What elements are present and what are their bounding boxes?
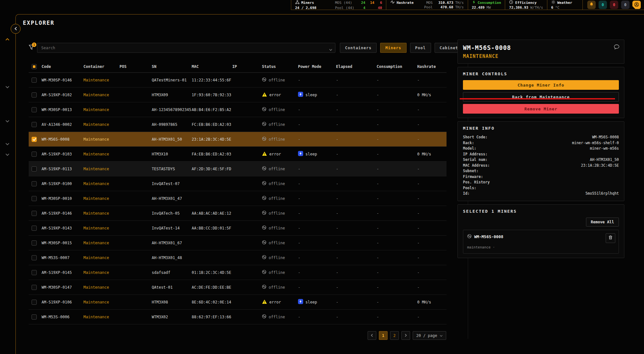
tab-miners[interactable]: Miners bbox=[380, 43, 406, 53]
offline-icon bbox=[467, 234, 472, 239]
rail-chevron-down-icon[interactable] bbox=[5, 153, 10, 156]
prev-page-button[interactable] bbox=[368, 331, 376, 340]
info-row: Firmware: bbox=[463, 174, 619, 180]
cell-power-mode: - bbox=[298, 315, 336, 319]
page-size-select[interactable]: 20 / page bbox=[413, 331, 446, 340]
filter-button[interactable]: 1 bbox=[29, 44, 36, 51]
notifications-button[interactable] bbox=[587, 1, 596, 9]
cell-mac: 88:62:97:EF:13:66 bbox=[192, 315, 232, 319]
cell-power-mode: - bbox=[298, 107, 336, 112]
next-page-button[interactable] bbox=[401, 331, 410, 340]
cell-hashrate: 0 MH/s bbox=[417, 300, 447, 304]
table-row[interactable]: WM-M30SP-0147MaintenanceQAtest-01AC:DE:F… bbox=[29, 280, 447, 295]
table-row[interactable]: AM-S19XP-0100MaintenanceInvQATest-07offl… bbox=[29, 176, 447, 191]
status-text: offline bbox=[269, 256, 285, 260]
user-menu-button[interactable] bbox=[632, 1, 641, 9]
row-checkbox[interactable] bbox=[32, 92, 37, 98]
row-checkbox[interactable] bbox=[32, 300, 37, 305]
search-input[interactable] bbox=[37, 46, 335, 50]
miner-summary-card: WM-M56S-0008 MAINTENANCE bbox=[457, 40, 624, 64]
table-row[interactable]: WM-M30SP-0013MaintenanceAH-1234567890234… bbox=[29, 102, 447, 117]
power-text: sleep bbox=[305, 152, 317, 156]
row-checkbox[interactable] bbox=[32, 122, 37, 127]
cell-power-mode: sleep bbox=[298, 151, 336, 157]
row-checkbox[interactable] bbox=[32, 137, 37, 142]
row-checkbox[interactable] bbox=[32, 314, 37, 320]
rail-chevron-down-icon[interactable] bbox=[5, 86, 10, 89]
miners-pool-err: 40 bbox=[376, 6, 382, 10]
back-button[interactable] bbox=[11, 24, 21, 34]
table-row[interactable]: AM-S19XP-0103MaintenanceHTM3X10FA:EB:B6:… bbox=[29, 147, 447, 162]
cell-elapsed: - bbox=[336, 167, 377, 171]
remove-miner-button[interactable]: Remove Miner bbox=[463, 104, 619, 114]
power-text: sleep bbox=[305, 300, 317, 304]
page-button-2[interactable]: 2 bbox=[390, 331, 399, 340]
info-value: miner-wm-m56s-shelf-0 bbox=[572, 140, 619, 146]
row-checkbox[interactable] bbox=[32, 152, 37, 157]
table-row[interactable]: AM-S19XP-0146MaintenanceInvQATech-05AA:A… bbox=[29, 206, 447, 221]
cell-code: AM-S19XP-0102 bbox=[42, 93, 83, 97]
cell-mac: AB:B4:E6:F2:B5:A2 bbox=[192, 107, 232, 112]
delete-selected-button[interactable] bbox=[606, 233, 615, 243]
status-text: offline bbox=[269, 211, 285, 216]
change-miner-info-button[interactable]: Change Miner Info bbox=[463, 80, 619, 90]
gray-counter-button[interactable]: 0 bbox=[621, 1, 630, 9]
row-checkbox[interactable] bbox=[32, 181, 37, 186]
table-row[interactable]: AM-S19XP-0106MaintenanceHTM3X088E:6D:4C:… bbox=[29, 295, 447, 310]
cell-sn: AH-HTM3X01_67 bbox=[152, 241, 192, 245]
rail-chevron-down-icon[interactable] bbox=[5, 120, 10, 123]
offline-icon bbox=[262, 270, 266, 275]
teal-counter-button[interactable]: 0 bbox=[599, 1, 607, 9]
remove-all-button[interactable]: Remove All bbox=[586, 218, 619, 227]
cell-code: AM-S19XP-0100 bbox=[42, 182, 83, 186]
cell-container: Maintenance bbox=[83, 78, 120, 82]
select-all-checkbox[interactable] bbox=[32, 64, 37, 69]
table-row[interactable]: WM-M53S-0006MaintenanceWTM3X0288:62:97:E… bbox=[29, 310, 447, 324]
table-row[interactable]: AM-S19XP-0143MaintenanceInvQATest-14AA:B… bbox=[29, 221, 447, 236]
offline-icon bbox=[262, 181, 266, 186]
cell-elapsed: - bbox=[336, 107, 377, 112]
cell-consumption: - bbox=[377, 226, 417, 230]
back-from-maintenance-button[interactable]: Back from Maintenance bbox=[463, 92, 619, 102]
table-row[interactable]: WM-M30SP-0015MaintenanceAH-HTM3X01_67off… bbox=[29, 236, 447, 250]
cell-power-mode: - bbox=[298, 226, 336, 230]
row-checkbox[interactable] bbox=[32, 240, 37, 246]
table-row[interactable]: WM-M30SP-0146MaintenanceQATestMiners-011… bbox=[29, 73, 447, 88]
cell-sn: AH-09897865 bbox=[152, 122, 192, 127]
weather-value: 6 bbox=[551, 5, 553, 10]
info-label: Subnet: bbox=[463, 168, 478, 174]
table-row[interactable]: WM-M56S-0008MaintenanceAH-HTM3X01_5023:1… bbox=[29, 132, 447, 147]
cell-elapsed: - bbox=[336, 256, 377, 260]
selected-miner-item[interactable]: WM-M56S-0008 maintenance · bbox=[463, 230, 619, 254]
table-row[interactable]: WM-M30SP-0010MaintenanceAH-HTM3X01_47off… bbox=[29, 191, 447, 206]
chat-icon[interactable] bbox=[614, 44, 620, 51]
row-checkbox[interactable] bbox=[32, 270, 37, 275]
filter-count-badge: 1 bbox=[32, 42, 36, 47]
page-button-1[interactable]: 1 bbox=[379, 331, 388, 340]
row-checkbox[interactable] bbox=[32, 226, 37, 231]
info-row: Model:miner-wm-m56s bbox=[463, 146, 619, 152]
chevron-down-icon[interactable] bbox=[329, 46, 332, 52]
row-checkbox[interactable] bbox=[32, 78, 37, 83]
row-checkbox[interactable] bbox=[32, 166, 37, 172]
cell-sn: TESTASTDYS bbox=[152, 167, 192, 171]
tab-containers[interactable]: Containers bbox=[340, 43, 377, 53]
tab-pool[interactable]: Pool bbox=[410, 43, 431, 53]
sleep-icon bbox=[298, 92, 303, 98]
power-text: sleep bbox=[305, 93, 317, 97]
row-checkbox[interactable] bbox=[32, 196, 37, 201]
table-row[interactable]: WM-M53S-0007MaintenanceAH-HTM3X01_48offl… bbox=[29, 250, 447, 265]
row-checkbox[interactable] bbox=[32, 107, 37, 112]
row-checkbox[interactable] bbox=[32, 285, 37, 290]
red-counter-button[interactable]: 0 bbox=[610, 1, 618, 9]
row-checkbox[interactable] bbox=[32, 211, 37, 216]
hashrate-pool-unit: TH/s bbox=[455, 5, 464, 9]
cell-container: Maintenance bbox=[83, 167, 120, 171]
table-row[interactable]: AV-A1346-0002MaintenanceAH-09897865FC:EB… bbox=[29, 117, 447, 132]
rail-chevron-up-icon[interactable] bbox=[5, 38, 10, 41]
table-row[interactable]: AM-S19XP-0113MaintenanceTESTASTDYSAF:2D:… bbox=[29, 162, 447, 176]
table-row[interactable]: AM-S19XP-0145Maintenancesdafsadf01:1B:2C… bbox=[29, 265, 447, 280]
row-checkbox[interactable] bbox=[32, 255, 37, 260]
table-row[interactable]: AM-S19XP-0102MaintenanceHTM3X091F:93:60:… bbox=[29, 88, 447, 102]
rail-chevron-down-icon[interactable] bbox=[5, 143, 10, 146]
